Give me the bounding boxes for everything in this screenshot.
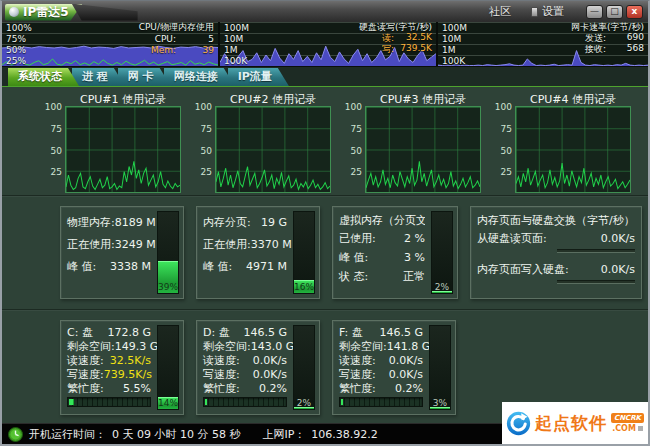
disk-busy-meter <box>67 397 151 407</box>
y-tick: 75 <box>351 124 362 134</box>
disk-size: 146.5 G <box>379 326 423 339</box>
disk-panel-d: D: 盘146.5 G 剩余空间:143.0 G 读速度:0.0K/s 写速度:… <box>196 320 320 415</box>
memory-paging-panel: 内存分页:19 G 正在使用:3370 M 峰 值:4971 M 16% <box>196 206 320 299</box>
row-label: 内存分页: <box>203 215 251 230</box>
memory-swap-panel: 内存页面与硬盘交换（字节/秒） 从硬盘读页面:0.0K/s 内存页面写入硬盘:0… <box>470 206 642 299</box>
qidian-watermark[interactable]: 起点软件 CNCRK .COM <box>502 402 648 444</box>
disk-busy-fill <box>205 399 207 405</box>
monitor-row: 50% Mem: 39 <box>2 44 218 55</box>
row-value: 5.5% <box>123 382 151 395</box>
network-monitor-rows: 100M 网卡速率(字节/秒) 10M 发送: 690 1M 接收: 568 <box>438 22 648 66</box>
cpu-charts-row: CPU#1 使用记录 100 75 50 25 CPU#2 使用记录 <box>2 87 648 195</box>
cpu-chart-plot <box>65 106 181 193</box>
disk-f-bar: 3% <box>429 325 451 410</box>
y-axis-label: 100K <box>224 56 247 66</box>
disk-panel-c: C: 盘172.8 G 剩余空间:149.3 G 读速度:32.5K/s 写速度… <box>60 320 184 415</box>
maximize-button[interactable]: □ <box>606 5 623 19</box>
watermark-suffix: .COM <box>612 424 636 433</box>
disk-name: D: 盘 <box>203 325 230 340</box>
watermark-glyph <box>638 426 643 431</box>
app-title: IP雷达5 <box>23 4 69 21</box>
row-label: 正在使用: <box>67 237 115 252</box>
ip-label: 上网IP： <box>262 427 305 442</box>
row-value: 739.5K/s <box>104 368 152 381</box>
y-tick: 50 <box>501 146 512 156</box>
disk-c-bar-label: 14% <box>158 398 178 408</box>
cpu-chart-plot <box>365 106 481 193</box>
row-label: 物理内存: <box>67 215 115 230</box>
app-logo: IP雷达5 <box>5 4 138 21</box>
cpu-memory-monitor: 100% CPU/物理内存使用 75% CPU: 5 50% Mem: 39 <box>2 22 220 66</box>
row-value: 149.3 G <box>115 340 159 353</box>
row-label: 状 态: <box>339 269 368 284</box>
row-value: 0.0K/s <box>389 368 423 381</box>
row-value: 0.0K/s <box>253 354 287 367</box>
monitor-row: 75% CPU: 5 <box>2 33 218 44</box>
y-axis-label: 25% <box>6 56 26 66</box>
disk-size: 172.8 G <box>107 326 151 339</box>
cpu-chart-title: CPU#2 使用记录 <box>198 92 331 106</box>
row-value: 0.2% <box>259 382 287 395</box>
watermark-badge-group: CNCRK .COM <box>611 413 644 433</box>
row-value: 8189 M <box>115 216 156 229</box>
y-tick: 50 <box>201 146 212 156</box>
cpu-chart-4: CPU#4 使用记录 100 75 50 25 <box>498 92 631 193</box>
cpu-chart-plot <box>215 106 331 193</box>
y-axis-label: 50% <box>6 45 26 55</box>
row-label: 繁忙度: <box>203 381 240 396</box>
disk-d-bar-label: 2% <box>294 398 314 408</box>
titlebar: IP雷达5 社区 设置 — □ x <box>2 1 648 22</box>
row-value: 0.0K/s <box>601 263 635 276</box>
uptime-label: 开机运行时间： <box>29 427 106 442</box>
row-value: 143.0 G <box>251 340 295 353</box>
virtual-memory-bar-label: 2% <box>432 282 452 292</box>
watermark-brand: 起点软件 <box>535 412 607 435</box>
row-label: 繁忙度: <box>339 381 376 396</box>
row-label: 写速度: <box>203 367 240 382</box>
cpu-usage-line <box>66 107 180 192</box>
row-value: 32.5K/s <box>110 354 151 367</box>
y-tick: 75 <box>501 124 512 134</box>
tab-ip-traffic[interactable]: IP流量 <box>228 68 289 86</box>
y-tick: 25 <box>51 167 62 177</box>
y-tick: 50 <box>51 146 62 156</box>
cpu-usage-label: CPU: <box>155 34 176 44</box>
cpu-chart-title: CPU#3 使用记录 <box>348 92 481 106</box>
minimize-button[interactable]: — <box>586 5 603 19</box>
monitor-row: 100K <box>438 55 648 66</box>
cpu-memory-monitor-rows: 100% CPU/物理内存使用 75% CPU: 5 50% Mem: 39 <box>2 22 218 66</box>
row-value: 3338 M <box>110 260 151 273</box>
disk-busy-fill <box>69 399 74 405</box>
row-value: 0.2% <box>395 382 423 395</box>
ip-value: 106.38.92.2 <box>311 428 377 441</box>
cpu-chart-title: CPU#1 使用记录 <box>48 92 181 106</box>
tab-processes[interactable]: 进 程 <box>72 68 125 86</box>
cpu-chart-yticks: 100 75 50 25 <box>348 106 365 193</box>
disk-io-monitor: 100M 硬盘读写(字节/秒) 10M 读: 32.5K 1M 写: 739.5… <box>220 22 438 66</box>
app-window: IP雷达5 社区 设置 — □ x 100% CPU/物理内存使用 <box>0 0 650 446</box>
tab-network-connections[interactable]: 网络连接 <box>164 68 235 86</box>
y-tick: 100 <box>45 102 62 112</box>
row-label: 繁忙度: <box>67 381 104 396</box>
panel-title: 内存页面与硬盘交换（字节/秒） <box>477 211 635 229</box>
cpu-chart-2: CPU#2 使用记录 100 75 50 25 <box>198 92 331 193</box>
settings-button[interactable]: 设置 <box>531 4 564 19</box>
tab-system-status[interactable]: 系统状态 <box>8 68 79 86</box>
disk-c-bar: 14% <box>157 325 179 410</box>
cpu-chart-title: CPU#4 使用记录 <box>498 92 631 106</box>
close-button[interactable]: x <box>626 5 643 19</box>
row-value: 0.0K/s <box>601 232 635 245</box>
row-label: 内存页面写入硬盘: <box>477 262 569 277</box>
row-label: 写速度: <box>67 367 104 382</box>
y-axis-label: 1M <box>442 45 456 55</box>
monitor-row: 25% <box>2 55 218 66</box>
row-label: 已使用: <box>339 231 376 246</box>
row-label: 剩余空间: <box>203 339 251 354</box>
y-tick: 75 <box>51 124 62 134</box>
community-link[interactable]: 社区 <box>489 4 511 19</box>
cpu-chart-yticks: 100 75 50 25 <box>48 106 65 193</box>
tab-network-card[interactable]: 网 卡 <box>118 68 171 86</box>
disk-busy-fill <box>341 399 343 405</box>
mem-usage-value: 39 <box>176 45 214 55</box>
y-tick: 50 <box>351 146 362 156</box>
